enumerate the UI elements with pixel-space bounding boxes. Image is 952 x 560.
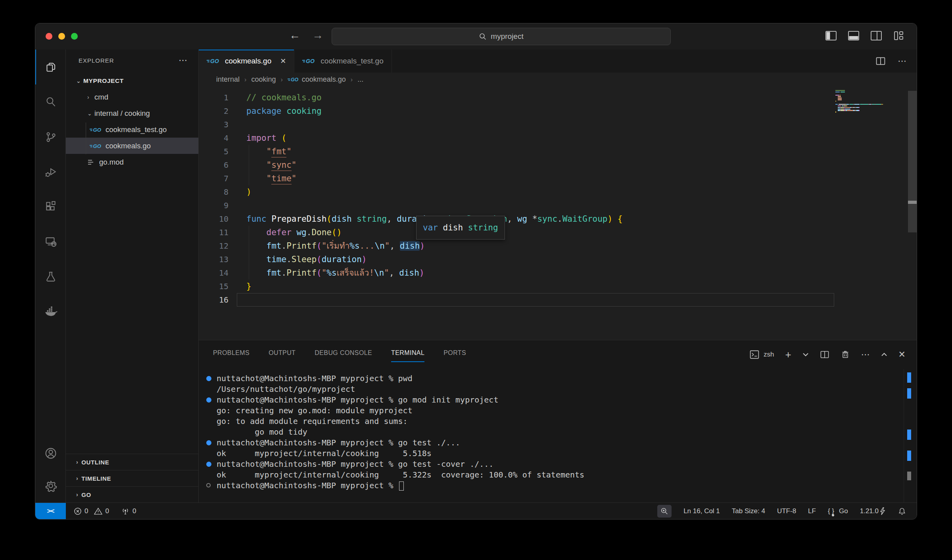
encoding-status[interactable]: UTF-8: [777, 507, 796, 515]
code-line-3[interactable]: 3: [199, 118, 917, 131]
code-line-4[interactable]: 4import (: [199, 131, 917, 145]
command-decoration-icon[interactable]: [206, 462, 211, 467]
code-line-2[interactable]: 2package cooking: [199, 104, 917, 118]
terminal-dropdown-icon[interactable]: [802, 352, 809, 357]
tree-item-go-mod[interactable]: go.mod: [66, 154, 198, 170]
tree-item-cmd[interactable]: ›cmd: [66, 89, 198, 105]
cursor-position[interactable]: Ln 16, Col 1: [683, 507, 720, 515]
eol-status[interactable]: LF: [808, 507, 816, 515]
search-icon: [479, 33, 487, 40]
command-decoration-icon[interactable]: [206, 397, 211, 403]
close-window-button[interactable]: [46, 33, 52, 40]
settings-gear-icon[interactable]: [35, 469, 66, 502]
code-line-6[interactable]: 6 "sync": [199, 158, 917, 172]
activity-docker-icon[interactable]: [35, 294, 66, 329]
editor-scrollbar[interactable]: [908, 91, 917, 232]
customize-layout-icon[interactable]: [893, 31, 905, 41]
tree-item-myproject[interactable]: ⌄MYPROJECT: [66, 73, 198, 89]
split-editor-icon[interactable]: [875, 56, 886, 66]
code-line-1[interactable]: 1// cookmeals.go: [199, 91, 917, 104]
zoom-window-button[interactable]: [71, 33, 78, 40]
breadcrumb-item-internal[interactable]: internal: [216, 75, 240, 84]
code-line-9[interactable]: 9: [199, 199, 917, 212]
editor-tab-cookmeals-go[interactable]: GOcookmeals.go✕: [199, 50, 294, 73]
minimize-window-button[interactable]: [58, 33, 65, 40]
breadcrumb-item-cookmeals-go[interactable]: GOcookmeals.go: [288, 75, 346, 84]
breadcrumb-item--[interactable]: ...: [357, 75, 363, 84]
line-number: 14: [199, 268, 228, 278]
close-panel-icon[interactable]: ✕: [898, 349, 906, 360]
code-line-12[interactable]: 12 fmt.Printf("เริ่มทำ%s...\n", dish): [199, 239, 917, 253]
activity-run-debug-icon[interactable]: [35, 154, 66, 189]
error-count: 0: [84, 507, 88, 515]
minimap[interactable]: [835, 90, 895, 115]
kill-terminal-icon[interactable]: [841, 350, 850, 359]
forward-arrow-icon[interactable]: →: [312, 29, 323, 42]
section-timeline[interactable]: ›TIMELINE: [66, 470, 198, 486]
tooltip-name: dish: [443, 223, 468, 232]
breadcrumb-item-cooking[interactable]: cooking: [251, 75, 276, 84]
code-line-13[interactable]: 13 time.Sleep(duration): [199, 253, 917, 266]
problems-status[interactable]: 0 0: [74, 507, 109, 515]
toggle-panel-icon[interactable]: [848, 31, 860, 41]
line-number: 7: [199, 174, 228, 183]
editor-tab-cookmeals_test-go[interactable]: GOcookmeals_test.go: [294, 50, 392, 73]
code-line-15[interactable]: 15}: [199, 280, 917, 293]
code-line-5[interactable]: 5 "fmt": [199, 145, 917, 158]
code-line-10[interactable]: 10func PrepareDish(dish string, duration…: [199, 212, 917, 226]
activity-testing-icon[interactable]: [35, 259, 66, 294]
code-line-11[interactable]: 11 defer wg.Done(): [199, 226, 917, 239]
command-center-search[interactable]: myproject: [332, 28, 671, 45]
indentation-status[interactable]: Tab Size: 4: [732, 507, 765, 515]
tree-item-internal-cooking[interactable]: ⌄internal / cooking: [66, 105, 198, 121]
panel-tab-ports[interactable]: PORTS: [443, 347, 466, 362]
radio-tower-icon: [121, 507, 130, 516]
toggle-sidebar-icon[interactable]: [825, 31, 837, 41]
accounts-icon[interactable]: [35, 437, 66, 469]
code-editor[interactable]: 1// cookmeals.go2package cooking34import…: [199, 87, 917, 340]
terminal-overview-ruler: [907, 369, 911, 502]
line-number: 4: [199, 133, 228, 143]
activity-explorer-icon[interactable]: [35, 50, 66, 84]
ports-status[interactable]: 0: [121, 507, 136, 516]
language-mode[interactable]: { } Go: [828, 507, 848, 515]
go-file-icon: GO: [90, 126, 102, 133]
panel-tab-problems[interactable]: PROBLEMS: [213, 347, 250, 362]
notifications-bell-icon[interactable]: [898, 507, 906, 516]
terminal-output[interactable]: nuttachot@Machintoshs-MBP myproject % pw…: [199, 369, 904, 502]
editor-more-actions-icon[interactable]: ⋯: [898, 56, 906, 66]
go-file-icon: GO: [302, 57, 316, 65]
line-number: 3: [199, 120, 228, 129]
panel-more-actions-icon[interactable]: ⋯: [861, 349, 870, 360]
section-go[interactable]: ›GO: [66, 486, 198, 502]
activity-remote-explorer-icon[interactable]: [35, 224, 66, 259]
code-line-7[interactable]: 7 "time": [199, 172, 917, 185]
code-line-14[interactable]: 14 fmt.Printf("%sเสร็จแล้ว!\n", dish): [199, 266, 917, 280]
line-number: 15: [199, 282, 228, 291]
activity-extensions-icon[interactable]: [35, 189, 66, 224]
panel-tab-debug-console[interactable]: DEBUG CONSOLE: [315, 347, 372, 362]
command-decoration-icon[interactable]: [206, 376, 211, 381]
remote-indicator[interactable]: ><: [35, 503, 66, 520]
panel-tab-output[interactable]: OUTPUT: [269, 347, 296, 362]
toggle-secondary-sidebar-icon[interactable]: [870, 31, 882, 41]
zoom-status-icon[interactable]: [657, 505, 672, 518]
close-tab-icon[interactable]: ✕: [280, 57, 286, 65]
activity-source-control-icon[interactable]: [35, 119, 66, 154]
maximize-panel-icon[interactable]: [881, 352, 887, 357]
terminal-instance-zsh[interactable]: zsh: [749, 350, 774, 359]
panel-tab-terminal[interactable]: TERMINAL: [391, 347, 424, 362]
back-arrow-icon[interactable]: ←: [289, 29, 300, 42]
new-terminal-icon[interactable]: +: [785, 349, 791, 361]
command-decoration-icon[interactable]: [206, 483, 211, 487]
breadcrumb: internal›cooking›GOcookmeals.go›...: [199, 73, 917, 87]
go-version-status[interactable]: 1.21.0: [860, 507, 886, 515]
section-outline[interactable]: ›OUTLINE: [66, 454, 198, 470]
command-decoration-icon[interactable]: [206, 440, 211, 445]
explorer-more-actions-icon[interactable]: ⋯: [178, 55, 188, 65]
line-number: 5: [199, 147, 228, 156]
split-terminal-icon[interactable]: [820, 350, 829, 359]
activity-search-icon[interactable]: [35, 84, 66, 119]
code-line-8[interactable]: 8): [199, 185, 917, 199]
tooltip-type: string: [468, 223, 498, 232]
